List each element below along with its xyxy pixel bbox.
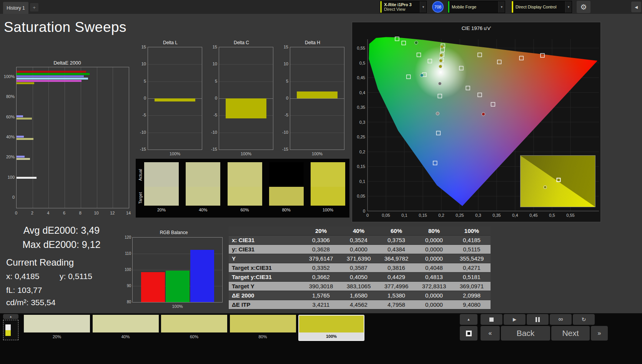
cie-x-tick: 0,3 (472, 213, 484, 218)
cie-x-tick: 0,5 (546, 213, 558, 218)
refresh-button[interactable]: ↻ (573, 314, 595, 325)
delta-e2000-title: DeltaE 2000 (3, 60, 131, 66)
meter-dropdown[interactable]: X-Rite i1Pro 3 Direct View ▾ (380, 1, 427, 13)
rgb-balance-xlabel: 100% (132, 304, 223, 309)
actual-row-label: Actual (138, 166, 143, 184)
rgb-balance-title: RGB Balance (124, 230, 224, 235)
saturation-tile-40[interactable]: 40% (93, 315, 159, 341)
swatch-color (93, 315, 159, 332)
cell-value: 0,3352 (302, 263, 340, 272)
row-label: ΔE 2000 (229, 291, 302, 300)
y-tick-label: 40% (3, 135, 15, 140)
pause-button[interactable] (527, 314, 549, 325)
top-bar: History 1 + X-Rite i1Pro 3 Direct View ▾… (0, 0, 642, 14)
grid-line (48, 67, 49, 208)
cell-value: 0,3662 (302, 273, 340, 281)
display-control-dropdown[interactable]: Direct Display Control ▾ (511, 1, 572, 13)
delta-bar (297, 91, 338, 98)
cell-value: 371,6390 (340, 254, 378, 263)
cell-value: 2,0998 (453, 291, 491, 300)
next-page-button[interactable]: » (591, 326, 608, 341)
next-button[interactable]: Next (551, 326, 590, 341)
play-button[interactable]: ▶ (504, 314, 526, 325)
grid-line (219, 133, 273, 133)
delta-c-chart: Delta C 100% 151050-5-10-15 (206, 40, 276, 159)
page-title: Saturation Sweeps (4, 19, 126, 35)
column-header: 60% (378, 226, 415, 235)
patch-label: 40% (186, 208, 220, 212)
stop-button[interactable] (481, 314, 502, 325)
back-button[interactable]: Back (501, 326, 550, 341)
saturation-tile-100[interactable]: 100% (298, 315, 364, 341)
collapse-panel-button[interactable]: ◀ (631, 2, 641, 12)
cie-x-tick: 0,2 (436, 213, 447, 218)
cell-value: 1,6580 (340, 291, 378, 300)
swatch-label: 80% (230, 332, 296, 341)
delta-h-plot (290, 47, 344, 150)
prev-page-button[interactable]: « (481, 326, 500, 341)
patch-label: 60% (228, 208, 262, 212)
y-tick-label: 15 (278, 45, 288, 50)
stop-icon (489, 317, 494, 322)
y-tick-label: 10 (278, 61, 288, 66)
saturation-tile-20[interactable]: 20% (24, 315, 90, 341)
patch-actual-half (228, 162, 262, 187)
table-row: Y379,6147371,6390364,97820,0000355,5429 (229, 254, 491, 263)
delta-h-chart: Delta H 100% 151050-5-10-15 (278, 40, 348, 159)
cie-x-tick: 0,4 (509, 213, 521, 218)
swatch-color (230, 315, 296, 332)
pattern-window-up-button[interactable]: ▲ (460, 314, 477, 325)
grid-line (148, 133, 202, 133)
patch-target-half (311, 187, 345, 206)
y-tick-label: 100 (3, 175, 15, 180)
cell-value: 0,3524 (340, 236, 378, 244)
pause-icon (536, 317, 540, 322)
cell-value: 0,3816 (378, 263, 415, 272)
y-tick-label: 120 (124, 235, 131, 240)
patch-swatch (186, 162, 220, 206)
patch-actual-half (186, 162, 220, 187)
pattern-preview-tile[interactable] (3, 320, 18, 340)
rgb-bar (166, 271, 190, 302)
cell-value: 0,3306 (302, 236, 340, 244)
display-control-name: Direct Display Control (516, 5, 563, 9)
grid-line (148, 64, 202, 65)
row-label: Target y:CIE31 (229, 273, 302, 281)
saturation-tile-80[interactable]: 80% (230, 315, 296, 341)
table-row: Target x:CIE310,33520,35870,38160,40480,… (229, 263, 491, 273)
add-tab-button[interactable]: + (30, 3, 38, 12)
loop-button[interactable]: ∞ (550, 314, 572, 325)
settings-gear-button[interactable]: ⚙ (577, 1, 590, 13)
cie-x-tick: 0,55 (565, 213, 576, 218)
display-control-body: Direct Display Control (513, 1, 565, 13)
pattern-window-button[interactable] (460, 326, 477, 341)
cie-y-tick: 0,5 (352, 61, 365, 66)
chevron-down-icon: ▾ (420, 1, 426, 13)
grid-line (148, 81, 202, 82)
y-tick-label: 5 (278, 79, 288, 84)
saturation-tile-60[interactable]: 60% (161, 315, 227, 341)
patch-target-half (269, 187, 304, 206)
target-row-label: Target (138, 188, 143, 208)
cell-value: 377,4996 (378, 282, 415, 291)
cie-y-tick: 0,35 (352, 105, 365, 110)
de-bar (17, 80, 81, 82)
cell-value: 0,3753 (378, 236, 415, 244)
x-tick-label: 0 (12, 211, 21, 216)
cell-value: 4,7958 (378, 300, 415, 309)
strip-collapse-button[interactable]: ▲ (3, 314, 18, 319)
patch-label: 100% (311, 208, 345, 212)
swatch-color (161, 315, 227, 332)
meter-mode: Direct View (384, 7, 417, 12)
cell-value: 0,5115 (453, 245, 491, 254)
pattern-preview-icon (5, 324, 11, 336)
y-tick-label: -5 (206, 113, 217, 118)
source-dropdown[interactable]: Mobile Forge ▾ (447, 1, 505, 13)
tab-history-1[interactable]: History 1 (3, 2, 28, 14)
cell-value: 369,0971 (453, 282, 491, 291)
cie-x-tick: 0,25 (454, 213, 466, 218)
inset-measurement-dot (544, 186, 547, 189)
source-name: Mobile Forge (452, 5, 496, 9)
cell-value: 0,0000 (415, 254, 453, 263)
meter-status-badge[interactable]: 708 (432, 1, 444, 13)
